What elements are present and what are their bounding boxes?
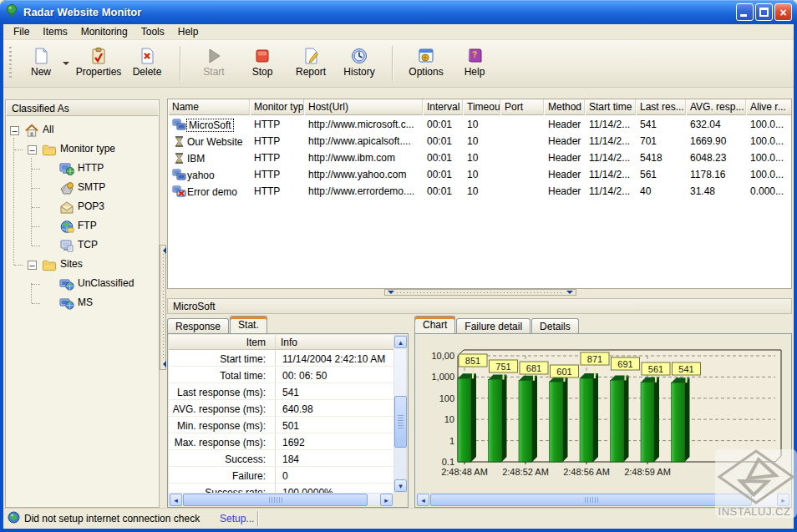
site-icon (59, 277, 75, 291)
table-cell: http://www.microsoft.c... (304, 116, 423, 133)
horizontal-splitter[interactable] (384, 289, 576, 296)
tree-item-monitor-type[interactable]: –Monitor type (6, 140, 159, 160)
stat-info-value: 1692 (277, 433, 393, 448)
tree-item-smtp[interactable]: SMTP (6, 179, 159, 198)
toolbar-separator (180, 46, 181, 81)
sidebar-header: Classified As (6, 100, 159, 116)
tab-chart[interactable]: Chart (414, 316, 455, 333)
tab-details[interactable]: Details (531, 318, 579, 333)
toolbar-button-stop[interactable]: Stop (238, 43, 287, 84)
svg-text:851: 851 (465, 356, 480, 366)
menu-item-help[interactable]: Help (171, 25, 206, 38)
scroll-left-icon[interactable]: ◂ (417, 494, 429, 506)
scroll-right-icon[interactable]: ▸ (380, 494, 393, 506)
column-header-host-url[interactable]: Host(Url) (304, 99, 423, 115)
stat-item-label: Total time: (169, 367, 272, 382)
hourglass-icon (172, 152, 187, 165)
table-cell: 100.0... (746, 133, 792, 149)
column-header-last-res[interactable]: Last res... (636, 99, 686, 115)
menu-item-items[interactable]: Items (36, 25, 74, 38)
tree-item-ftp[interactable]: FTP (6, 217, 159, 236)
monitor-name-label: Our Website (187, 136, 242, 148)
tab-failure-detail[interactable]: Failure detail (456, 318, 530, 333)
setup-link[interactable]: Setup... (220, 513, 254, 524)
svg-text:1: 1 (449, 436, 454, 446)
installuj-logo-icon (715, 449, 797, 504)
tree-expander-minus[interactable]: – (28, 145, 37, 155)
column-header-name[interactable]: Name (168, 99, 250, 115)
toolbar-button-delete[interactable]: Delete (123, 43, 171, 84)
monitor-name-label: yahoo (187, 170, 215, 181)
column-header-port[interactable]: Port (500, 99, 544, 115)
site-icon (59, 296, 75, 311)
tree-item-pop3[interactable]: POP3 (6, 198, 159, 217)
tree-item-ms[interactable]: MS (6, 294, 159, 313)
table-cell: 10 (463, 149, 500, 166)
menu-item-monitoring[interactable]: Monitoring (74, 25, 135, 38)
monitor-row-microsoft[interactable]: MicroSoftHTTPhttp://www.microsoft.c...00… (168, 116, 791, 133)
smtp-icon (59, 181, 75, 195)
monitor-row-ibm[interactable]: IBMHTTPhttp://www.ibm.com00:0110Header11… (168, 149, 791, 166)
tree-item-unclassified[interactable]: UnClassified (6, 275, 159, 294)
svg-text:541: 541 (678, 364, 693, 374)
app-radar-icon (5, 3, 19, 21)
stat-column-info[interactable]: Info (277, 335, 297, 348)
status-message: Did not setup internet connection check (24, 513, 200, 524)
menu-item-tools[interactable]: Tools (135, 25, 171, 38)
column-header-avg-resp[interactable]: AVG. resp... (686, 99, 746, 115)
stat-column-item[interactable]: Item (169, 335, 272, 348)
toolbar-button-label: Start (203, 66, 224, 78)
tab-response[interactable]: Response (167, 318, 229, 333)
vertical-splitter[interactable] (160, 245, 166, 370)
column-header-method[interactable]: Method (544, 99, 585, 115)
tree-item-tcp[interactable]: TCP (6, 236, 159, 256)
collapse-left-icon (160, 247, 166, 254)
toolbar-button-properties[interactable]: Properties (74, 43, 123, 84)
maximize-button[interactable] (755, 3, 773, 21)
column-header-alive-r[interactable]: Alive r... (746, 99, 792, 115)
column-header-interval[interactable]: Interval (423, 99, 463, 115)
tree-expander-minus[interactable]: – (28, 261, 37, 270)
table-cell: 00:01 (423, 133, 463, 149)
table-cell: 632.04 (686, 116, 746, 133)
column-header-timeout[interactable]: Timeout (463, 99, 500, 115)
svg-text:691: 691 (617, 359, 632, 369)
toolbar-button-help[interactable]: ?Help (450, 43, 499, 84)
toolbar-button-new[interactable]: New (17, 43, 65, 84)
monitor-row-yahoo[interactable]: yahooHTTPhttp://www.yahoo.com00:0110Head… (168, 166, 791, 183)
pop3-icon (59, 200, 75, 215)
minimize-button[interactable] (736, 3, 754, 21)
svg-text:751: 751 (495, 362, 510, 372)
table-cell: Header (544, 149, 585, 166)
tree-item-all[interactable]: –All (6, 121, 159, 140)
stat-horizontal-scrollbar[interactable]: ◂ ▸ (169, 493, 393, 506)
scrollbar-thumb[interactable] (430, 494, 752, 506)
table-cell: http://www.ibm.com (304, 149, 423, 166)
toolbar-button-options[interactable]: Options (402, 43, 450, 84)
table-cell: 11/14/2... (585, 166, 636, 183)
close-button[interactable]: × (774, 3, 792, 21)
column-header-start-time[interactable]: Start time (585, 99, 636, 115)
column-header-monitor-type[interactable]: Monitor type (250, 99, 304, 115)
menu-item-file[interactable]: File (7, 25, 36, 38)
monitor-row-our-website[interactable]: Our WebsiteHTTPhttp://www.apicalsoft....… (168, 133, 791, 149)
tree-item-sites[interactable]: –Sites (6, 256, 159, 275)
help-icon: ? (464, 46, 485, 66)
toolbar-button-history[interactable]: History (335, 43, 383, 84)
scrollbar-thumb[interactable] (394, 396, 407, 448)
tab-stat[interactable]: Stat. (230, 316, 267, 333)
tree-expander-minus[interactable]: – (10, 126, 19, 135)
stat-vertical-scrollbar[interactable]: ▴ ▾ (393, 335, 407, 493)
scroll-up-icon[interactable]: ▴ (394, 336, 407, 348)
tree-item-label: All (43, 124, 53, 135)
toolbar-button-report[interactable]: Report (287, 43, 335, 84)
stat-row-avg-response-ms: AVG. response (ms):640.98 (169, 400, 393, 417)
tree-item-http[interactable]: HTTP (6, 160, 159, 179)
stat-info-value: 541 (277, 383, 393, 398)
stat-row-success-rate: Success rate:100.0000% (169, 484, 393, 493)
scroll-left-icon[interactable]: ◂ (170, 494, 182, 506)
new-dropdown-arrow[interactable] (60, 47, 71, 80)
scroll-down-icon[interactable]: ▾ (394, 479, 407, 492)
scrollbar-thumb[interactable] (183, 494, 368, 506)
monitor-row-error-demo[interactable]: Error demoHTTPhttp://www.errordemo....00… (168, 183, 791, 200)
